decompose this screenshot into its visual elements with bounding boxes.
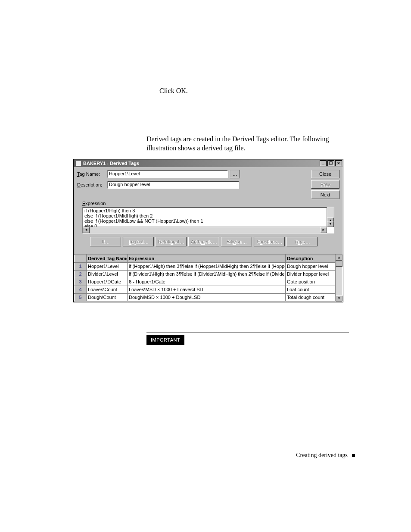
cell-expr[interactable]: if (Hopper1\High) then 3¶¶else if (Hoppe… — [128, 262, 286, 270]
expression-text: if (Hopper1\High) then 3 else if (Hopper… — [84, 208, 203, 229]
table-row[interactable]: 1 Hopper1\Level if (Hopper1\High) then 3… — [75, 262, 335, 270]
next-button[interactable]: Next — [311, 190, 339, 199]
table-row[interactable]: 3 Hopper1\DGate 6 - Hopper1\Gate Gate po… — [75, 278, 335, 286]
cell-expr[interactable]: if (Divider1\High) then 3¶¶else if (Divi… — [128, 270, 286, 278]
expression-vscrollbar[interactable]: ▲ ▼ — [327, 207, 334, 227]
cell-desc[interactable]: Dough hopper level — [286, 262, 335, 270]
cell-desc[interactable]: Divider hopper level — [286, 270, 335, 278]
cell-desc[interactable]: Loaf count — [286, 286, 335, 293]
description-field[interactable]: Dough hopper level — [107, 181, 239, 189]
cell-name[interactable]: Dough\Count — [87, 293, 128, 301]
cell-name[interactable]: Hopper1\Level — [87, 262, 128, 270]
divider — [146, 333, 349, 333]
expression-textarea[interactable]: if (Hopper1\High) then 3 else if (Hopper… — [82, 207, 334, 233]
app-icon — [75, 160, 81, 166]
tag-name-label: Tag Name: — [77, 171, 107, 177]
cell-expr[interactable]: Loaves\MSD × 1000 + Loaves\LSD — [128, 286, 286, 293]
cell-name[interactable]: Loaves\Count — [87, 286, 128, 293]
step-text: Click OK. — [159, 86, 355, 96]
page-footer: Creating derived tags — [296, 452, 355, 459]
functions-button[interactable]: Functions… — [254, 237, 285, 246]
table-header-row: Derived Tag Name Expression Description — [75, 255, 335, 262]
row-number: 1 — [75, 262, 87, 270]
row-number: 3 — [75, 278, 87, 286]
close-window-button[interactable]: ✕ — [335, 160, 342, 166]
cell-expr[interactable]: 6 - Hopper1\Gate — [128, 278, 286, 286]
grid-vscrollbar[interactable]: ▲ ▼ — [335, 255, 342, 302]
arithmetic-button[interactable]: Arithmetic… — [188, 237, 219, 246]
row-number-header — [75, 255, 87, 262]
derived-tags-window: BAKERY1 - Derived Tags _ ❐ ✕ Tag Name: H… — [73, 159, 343, 302]
important-badge: IMPORTANT — [146, 335, 184, 345]
divider — [146, 347, 349, 347]
scroll-right-icon[interactable]: ► — [320, 227, 327, 233]
cell-desc[interactable]: Gate position — [286, 278, 335, 286]
grid-scroll-down-icon[interactable]: ▼ — [336, 296, 342, 302]
restore-button[interactable]: ❐ — [327, 160, 334, 166]
row-number: 5 — [75, 293, 87, 301]
cell-name[interactable]: Hopper1\DGate — [87, 278, 128, 286]
relational-button[interactable]: Relational… — [156, 237, 187, 246]
cell-desc[interactable]: Total dough count — [286, 293, 335, 301]
if-button[interactable]: If… — [90, 237, 121, 246]
browse-button[interactable]: … — [230, 170, 240, 178]
bitwise-button[interactable]: Bitwise… — [221, 237, 252, 246]
grid-scroll-up-icon[interactable]: ▲ — [336, 255, 342, 261]
scroll-down-icon[interactable]: ▼ — [327, 221, 334, 227]
description-label: Description: — [77, 182, 107, 187]
intro-text: Derived tags are created in the Derived … — [146, 134, 355, 153]
table-row[interactable]: 5 Dough\Count Dough\MSD × 1000 + Dough\L… — [75, 293, 335, 301]
minimize-button[interactable]: _ — [320, 160, 327, 166]
col-description[interactable]: Description — [286, 255, 335, 262]
row-number: 4 — [75, 286, 87, 293]
titlebar[interactable]: BAKERY1 - Derived Tags _ ❐ ✕ — [74, 159, 343, 167]
close-button[interactable]: Close — [311, 170, 339, 178]
expression-label: Expression — [82, 201, 339, 206]
tag-name-field[interactable]: Hopper1\Level — [107, 170, 228, 178]
derived-tags-grid[interactable]: Derived Tag Name Expression Description … — [74, 254, 343, 302]
table-row[interactable]: 2 Divider1\Level if (Divider1\High) then… — [75, 270, 335, 278]
tags-button[interactable]: Tags… — [286, 237, 318, 246]
row-number: 2 — [75, 270, 87, 278]
table-row[interactable]: 4 Loaves\Count Loaves\MSD × 1000 + Loave… — [75, 286, 335, 293]
scroll-left-icon[interactable]: ◄ — [83, 227, 90, 233]
cell-expr[interactable]: Dough\MSD × 1000 + Dough\LSD — [128, 293, 286, 301]
col-derived-tag-name[interactable]: Derived Tag Name — [87, 255, 128, 262]
scrollbar-thumb[interactable] — [336, 261, 342, 267]
logical-button[interactable]: Logical… — [123, 237, 154, 246]
cell-name[interactable]: Divider1\Level — [87, 270, 128, 278]
prev-button[interactable]: Prev — [311, 180, 339, 189]
square-bullet-icon — [352, 454, 355, 457]
important-callout: IMPORTANT — [146, 333, 349, 347]
col-expression[interactable]: Expression — [128, 255, 286, 262]
footer-text: Creating derived tags — [296, 452, 348, 459]
window-title: BAKERY1 - Derived Tags — [83, 161, 320, 166]
expression-hscrollbar[interactable]: ◄ ► — [83, 227, 327, 233]
